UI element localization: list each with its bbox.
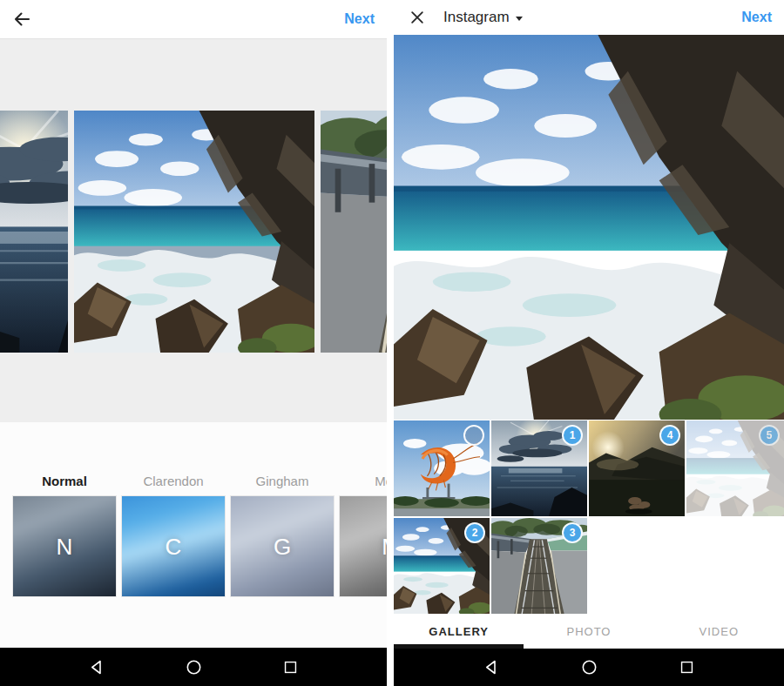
carousel-photo-previous[interactable]: [0, 111, 68, 353]
nav-back-icon: [483, 658, 501, 676]
gallery-thumb-rocky-coast-faded[interactable]: 5: [686, 420, 784, 516]
next-button[interactable]: Next: [344, 0, 375, 38]
selection-badge: 1: [562, 425, 583, 446]
gallery-thumb-big-prawn[interactable]: [394, 420, 490, 516]
filter-gingham[interactable]: Gingham G: [231, 473, 334, 596]
filter-name: Normal: [13, 473, 116, 490]
gallery-screen-topbar: Instagram Next: [394, 0, 784, 35]
rocky-coast-photo: [394, 35, 784, 420]
gallery-thumb-rocky-coast[interactable]: 2: [394, 518, 490, 614]
filter-name: Clarendon: [122, 473, 225, 490]
gallery-screen: Instagram Next 1 4 5 2: [394, 0, 784, 686]
filter-preview: N: [13, 496, 116, 596]
close-button[interactable]: [408, 8, 427, 27]
filter-screen: Next Normal N Clarendon: [0, 0, 387, 686]
filter-name: Moon: [340, 473, 387, 490]
nav-back-button[interactable]: [85, 656, 108, 678]
filter-letter: N: [13, 533, 116, 560]
filter-letter: G: [231, 533, 334, 560]
selection-badge: 3: [562, 522, 583, 543]
filter-normal[interactable]: Normal N: [13, 473, 116, 596]
tab-photo[interactable]: PHOTO: [524, 615, 653, 649]
gallery-thumb-train-station[interactable]: 3: [491, 518, 587, 614]
selection-badge: 5: [759, 425, 780, 446]
gallery-thumb-sunset-water[interactable]: 1: [491, 420, 587, 516]
next-button[interactable]: Next: [741, 0, 772, 35]
carousel-editor: [0, 38, 387, 422]
nav-back-button[interactable]: [480, 656, 503, 679]
filter-preview: M: [340, 496, 387, 596]
filter-preview: G: [231, 496, 334, 596]
filter-preview: C: [122, 496, 225, 596]
nav-home-button[interactable]: [578, 656, 600, 679]
filter-screen-topbar: Next: [0, 0, 387, 39]
nav-recents-icon: [282, 659, 299, 676]
chevron-down-icon: [516, 17, 523, 21]
sunset-over-water-photo: [0, 111, 68, 353]
photo-preview[interactable]: [394, 35, 784, 420]
rocky-coast-photo: [74, 111, 314, 353]
nav-recents-button[interactable]: [675, 656, 698, 679]
nav-recents-icon: [679, 659, 695, 676]
android-navbar: [394, 649, 784, 686]
nav-recents-button[interactable]: [279, 656, 301, 678]
back-arrow-icon: [11, 9, 32, 30]
nav-back-icon: [88, 658, 106, 676]
filter-letter: M: [340, 533, 387, 560]
nav-home-button[interactable]: [182, 656, 205, 678]
nav-home-icon: [185, 658, 203, 676]
selection-circle-empty: [463, 425, 484, 446]
instagram-screenshots-composite: Next Normal N Clarendon: [0, 0, 784, 686]
source-tabs: GALLERY PHOTO VIDEO: [394, 615, 784, 649]
carousel-photo-next[interactable]: [321, 111, 387, 353]
carousel-photo-current[interactable]: [74, 111, 314, 353]
android-navbar: [0, 648, 387, 686]
filter-letter: C: [122, 533, 225, 560]
nav-home-icon: [580, 658, 598, 676]
back-button[interactable]: [10, 8, 33, 30]
train-station-photo: [321, 111, 387, 353]
tab-video[interactable]: VIDEO: [654, 615, 784, 649]
filter-strip: Normal N Clarendon C Gingham G: [0, 422, 387, 648]
album-title: Instagram: [443, 9, 510, 26]
selection-badge: 4: [659, 425, 680, 446]
album-dropdown[interactable]: Instagram: [443, 0, 523, 35]
close-icon: [409, 9, 426, 26]
selection-badge: 2: [464, 522, 485, 543]
gallery-thumb-sunset-hills[interactable]: 4: [589, 420, 685, 516]
filter-moon[interactable]: Moon M: [340, 473, 387, 596]
filter-clarendon[interactable]: Clarendon C: [122, 473, 225, 596]
filter-name: Gingham: [231, 473, 334, 490]
